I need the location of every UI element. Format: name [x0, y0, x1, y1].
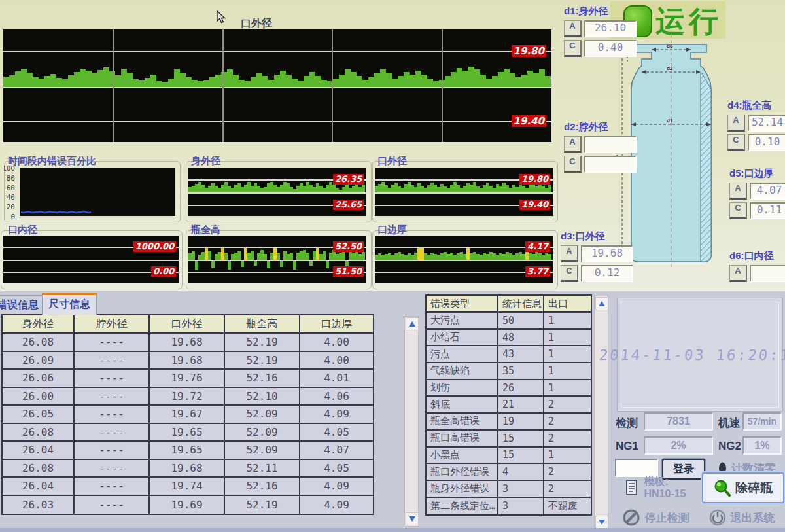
table-row[interactable]: 26.08----19.6552.094.05: [3, 424, 373, 442]
measure-value-a: 52.14: [748, 115, 785, 132]
y-axis-tick: 60: [4, 184, 15, 192]
stop-detect-button[interactable]: 停止检测: [616, 505, 695, 530]
upper-limit-label: 26.35: [333, 174, 364, 185]
table-row[interactable]: 大污点501: [427, 313, 591, 330]
chart-bar: [86, 71, 92, 87]
table-cell: 52.09: [225, 442, 300, 459]
field-a-button[interactable]: A: [564, 20, 582, 37]
measure-value-a: 26.10: [584, 20, 637, 37]
table-row[interactable]: 气线缺陷351: [427, 363, 591, 380]
table-row[interactable]: 26.09----19.6852.194.00: [3, 352, 373, 370]
table-cell: 1: [544, 330, 591, 346]
crush-bottle-label: 除碎瓶: [735, 480, 773, 497]
chart-bar: [186, 77, 192, 87]
chart-bar: [292, 79, 298, 87]
table-row[interactable]: 瓶身外径错误32: [427, 481, 591, 498]
table-cell: 2: [544, 397, 591, 412]
table-row[interactable]: 斜底212: [427, 397, 591, 414]
column-header: 口外径: [150, 315, 225, 332]
panel-title-mouth-id: 口内径: [8, 224, 37, 236]
table-cell: ----: [75, 406, 150, 423]
table-cell: 污点: [427, 346, 498, 362]
table-cell: 26: [498, 380, 544, 396]
table-row[interactable]: 小结石481: [427, 330, 591, 347]
chart-bar: [462, 71, 468, 87]
chart-bar: [198, 81, 203, 87]
exit-system-button[interactable]: 退出系统: [702, 505, 782, 530]
chart-area: 口外径 19.80 19.40 时间段内错误百分比 100806040200 身…: [0, 0, 785, 291]
table-row[interactable]: 26.08----19.6852.114.05: [3, 460, 373, 478]
column-header: 身外径: [3, 315, 75, 332]
field-c-button[interactable]: C: [727, 134, 745, 151]
y-axis-tick: 0: [4, 213, 15, 221]
scroll-down-icon[interactable]: [595, 516, 608, 529]
chart-bar: [233, 75, 239, 87]
table-row[interactable]: 瓶口高错误152: [427, 431, 591, 448]
panel-title-mouth-od: 口外径: [377, 155, 407, 168]
table-cell: 第二条线定位…: [427, 498, 498, 515]
table-cell: 52.09: [225, 424, 300, 441]
tab-error-info[interactable]: 错误信息: [0, 295, 43, 314]
template-button[interactable]: 模板: HN10-15: [616, 472, 695, 503]
chart-bar: [362, 185, 365, 192]
scroll-up-icon[interactable]: [595, 297, 608, 310]
chart-bar: [386, 73, 392, 87]
table-row[interactable]: 26.04----19.7452.164.09: [3, 478, 373, 496]
chart-bar: [180, 73, 186, 87]
chart-bar: [145, 78, 150, 87]
table-row[interactable]: 26.05----19.6752.094.09: [3, 406, 373, 424]
table-row[interactable]: 26.06----19.7652.164.01: [3, 370, 373, 388]
ng1-field: 2%: [644, 436, 713, 455]
field-a-button[interactable]: A: [729, 183, 747, 200]
table-cell: 52.16: [225, 478, 300, 495]
table-row[interactable]: 26.03----19.6952.194.09: [3, 496, 373, 514]
measure-value-a: 4.07: [750, 183, 785, 200]
scroll-up-icon[interactable]: [406, 317, 419, 330]
table-cell: 4.00: [300, 352, 373, 369]
table-row[interactable]: 26.08----19.6852.194.00: [3, 334, 373, 352]
lower-limit-label: 0.00: [151, 266, 176, 277]
table-cell: 21: [498, 397, 544, 412]
mouth-od-chart: 19.80 19.40: [375, 168, 553, 216]
table-cell: 52.19: [225, 334, 300, 351]
scroll-down-icon[interactable]: [406, 512, 419, 525]
table-row[interactable]: 第二条线定位…3不踢废: [427, 498, 591, 515]
column-header: 口边厚: [300, 315, 373, 332]
table-cell: 19.74: [150, 478, 225, 495]
chart-bar: [156, 81, 162, 87]
table-cell: 气线缺陷: [427, 363, 498, 379]
field-c-button[interactable]: C: [564, 156, 582, 173]
table-cell: 26.05: [3, 406, 75, 423]
field-a-button[interactable]: A: [727, 115, 745, 132]
table-cell: 26.06: [3, 370, 75, 387]
field-a-button[interactable]: A: [564, 136, 582, 153]
table-cell: ----: [75, 424, 150, 441]
table-cell: ----: [75, 460, 150, 477]
table-row[interactable]: 瓶全高错误192: [427, 414, 591, 431]
field-a-button[interactable]: A: [561, 245, 578, 262]
field-c-button[interactable]: C: [564, 40, 582, 57]
crush-bottle-button[interactable]: 除碎瓶: [702, 472, 784, 503]
table-row[interactable]: 污点431: [427, 346, 591, 363]
table-cell: 不踢废: [544, 498, 591, 515]
table-cell: 48: [498, 330, 544, 346]
field-a-button[interactable]: A: [729, 265, 747, 282]
tab-size-info[interactable]: 尺寸信息: [42, 293, 97, 315]
table-cell: 26.04: [3, 442, 75, 459]
table-row[interactable]: 瓶口外径错误42: [427, 464, 591, 481]
chart-bar: [421, 75, 427, 87]
chart-bar: [97, 70, 103, 87]
table-cell: 划伤: [427, 380, 498, 396]
table-row[interactable]: 划伤261: [427, 380, 591, 397]
table-row[interactable]: 26.00----19.7252.104.06: [3, 388, 373, 406]
error-table-scrollbar[interactable]: [594, 296, 608, 530]
y-axis-ticks: 100806040200: [4, 168, 15, 219]
field-c-button[interactable]: C: [729, 202, 747, 219]
table-row[interactable]: 小黑点151: [427, 448, 591, 465]
panel-title-bottle-height: 瓶全高: [191, 224, 220, 236]
table-row[interactable]: 26.04----19.6552.094.07: [3, 442, 373, 460]
measure-group-d4: d4:瓶全高 A 52.14 C 0.10: [727, 99, 785, 151]
field-c-button[interactable]: C: [561, 265, 578, 282]
chart-bar: [133, 79, 139, 87]
size-table-scrollbar[interactable]: [404, 316, 419, 527]
